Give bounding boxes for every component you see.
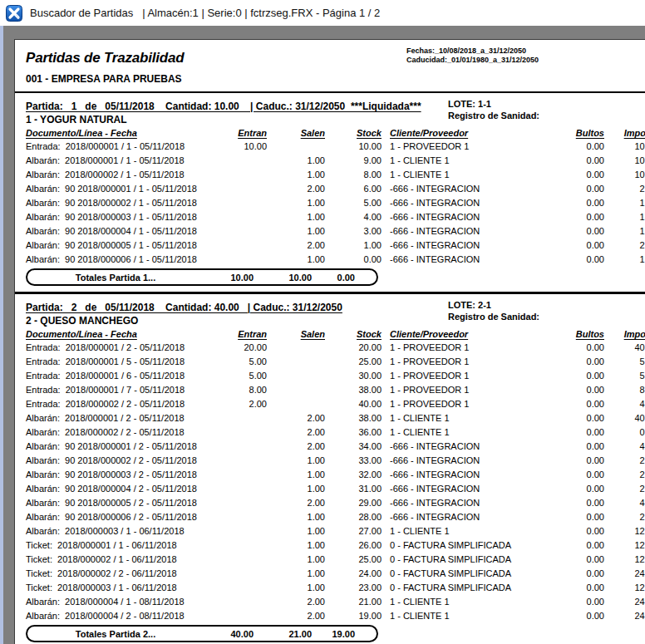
- table-row: Albarán: 90 2018/000005 / 1 - 05/11/2018…: [26, 238, 645, 253]
- lote-label: LOTE: 2-1: [448, 299, 539, 311]
- cell-stock: 32.00: [325, 468, 382, 482]
- cell-importe: 40.00: [604, 411, 645, 425]
- cell-importe: 4.00: [604, 397, 645, 411]
- cell-salen: 2.00: [267, 182, 325, 196]
- cell-bultos: 0.00: [544, 440, 604, 454]
- cell-cliente: 1 - CLIENTE 1: [382, 595, 544, 609]
- cell-cliente: -666 - INTEGRACION: [382, 196, 544, 210]
- column-header-cliente: Cliente/Proveedor: [382, 126, 544, 140]
- cell-importe: 2.00: [604, 238, 645, 253]
- cell-stock: 25.00: [325, 553, 382, 567]
- table-row: Albarán: 90 2018/000003 / 2 - 05/11/2018…: [26, 468, 645, 482]
- lote-block: LOTE: 1-1 Registro de Sanidad:: [448, 98, 539, 121]
- cell-entran: [213, 154, 267, 168]
- registro-sanidad-label: Registro de Sanidad:: [448, 110, 539, 121]
- table-row: Albarán: 2018/000004 / 1 - 08/11/20182.0…: [26, 595, 645, 609]
- cell-salen: 2.00: [267, 440, 325, 454]
- column-header-documento: Documento/Línea - Fecha: [26, 327, 213, 341]
- cell-cliente: 1 - PROVEEDOR 1: [382, 355, 544, 369]
- cell-documento: Entrada: 2018/000001 / 6 - 05/11/2018: [26, 369, 213, 383]
- cell-cliente: -666 - INTEGRACION: [382, 182, 544, 196]
- cell-stock: 30.00: [325, 369, 382, 383]
- cell-entran: [213, 168, 267, 182]
- cell-importe: 2.00: [604, 182, 645, 196]
- cell-stock: 38.00: [325, 411, 382, 425]
- table-row: Albarán: 2018/000004 / 2 - 08/11/20182.0…: [26, 609, 645, 623]
- cell-salen: 1.00: [267, 454, 325, 468]
- cell-stock: 19.00: [325, 609, 382, 623]
- table-row: Albarán: 90 2018/000002 / 2 - 05/11/2018…: [26, 454, 645, 468]
- cell-stock: 26.00: [325, 538, 382, 553]
- cell-cliente: -666 - INTEGRACION: [382, 440, 544, 454]
- cell-cliente: -666 - INTEGRACION: [382, 482, 544, 496]
- window-titlebar[interactable]: Buscador de Partidas | Almacén:1 | Serie…: [0, 0, 645, 26]
- cell-salen: 1.00: [267, 224, 325, 238]
- cell-documento: Ticket: 2018/000002 / 1 - 06/11/2018: [26, 553, 213, 567]
- cell-bultos: 0.00: [544, 397, 604, 411]
- cell-importe: 24.20: [604, 567, 645, 581]
- cell-stock: 1.00: [325, 238, 382, 253]
- cell-entran: 5.00: [213, 369, 267, 383]
- registro-sanidad-label: Registro de Sanidad:: [448, 311, 539, 322]
- table-column-headers: Documento/Línea - FechaEntranSalenStockC…: [26, 327, 645, 341]
- table-row: Ticket: 2018/000002 / 2 - 06/11/20181.00…: [26, 567, 645, 581]
- cell-cliente: 1 - CLIENTE 1: [382, 524, 544, 538]
- cell-cliente: -666 - INTEGRACION: [382, 496, 544, 510]
- company-name: 001 - EMPRESA PARA PRUEBAS: [26, 73, 182, 85]
- cell-documento: Albarán: 90 2018/000003 / 1 - 05/11/2018: [26, 210, 213, 224]
- cell-entran: 10.00: [213, 140, 267, 154]
- cell-entran: [213, 595, 267, 609]
- table-row: Entrada: 2018/000001 / 1 - 05/11/201810.…: [26, 140, 645, 154]
- cell-bultos: 0.00: [544, 595, 604, 609]
- cell-importe: 1.00: [604, 210, 645, 224]
- table-row: Albarán: 90 2018/000004 / 1 - 05/11/2018…: [26, 224, 645, 238]
- fechas-range: Fechas:_10/08/2018_a_31/12/2050: [406, 47, 539, 56]
- cell-importe: 12.10: [604, 553, 645, 567]
- column-header-importe: Importe: [604, 126, 645, 140]
- cell-stock: 28.00: [325, 510, 382, 524]
- report-title: Partidas de Trazabilidad: [26, 50, 184, 66]
- cell-stock: 0.00: [325, 253, 382, 267]
- cell-bultos: 0.00: [544, 553, 604, 567]
- cell-cliente: 1 - CLIENTE 1: [382, 411, 544, 425]
- cell-stock: 6.00: [325, 182, 382, 196]
- cell-documento: Ticket: 2018/000001 / 1 - 06/11/2018: [26, 538, 213, 553]
- cell-cliente: 1 - CLIENTE 1: [382, 154, 544, 168]
- table-row: Entrada: 2018/000001 / 2 - 05/11/201820.…: [26, 341, 645, 355]
- totals-label: Totales Partida 1...: [27, 273, 204, 283]
- cell-documento: Albarán: 2018/000003 / 1 - 06/11/2018: [26, 524, 213, 538]
- cell-entran: [213, 468, 267, 482]
- cell-stock: 24.00: [325, 567, 382, 581]
- cell-documento: Albarán: 90 2018/000005 / 2 - 05/11/2018: [26, 496, 213, 510]
- table-column-headers: Documento/Línea - FechaEntranSalenStockC…: [26, 126, 645, 140]
- cell-bultos: 0.00: [544, 154, 604, 168]
- cell-cliente: 0 - FACTURA SIMPLIFICADA: [382, 581, 544, 595]
- cell-cliente: 0 - FACTURA SIMPLIFICADA: [382, 553, 544, 567]
- cell-entran: [213, 411, 267, 425]
- cell-documento: Albarán: 90 2018/000002 / 2 - 05/11/2018: [26, 454, 213, 468]
- cell-documento: Albarán: 90 2018/000006 / 2 - 05/11/2018: [26, 510, 213, 524]
- cell-entran: 5.00: [213, 355, 267, 369]
- cell-importe: 8.00: [604, 383, 645, 397]
- cell-entran: [213, 454, 267, 468]
- cell-documento: Albarán: 90 2018/000003 / 2 - 05/11/2018: [26, 468, 213, 482]
- cell-importe: 1.00: [604, 196, 645, 210]
- cell-salen: [267, 397, 325, 411]
- totals-stock: 19.00: [312, 629, 355, 639]
- cell-salen: 1.00: [267, 567, 325, 581]
- table-row: Entrada: 2018/000001 / 5 - 05/11/20185.0…: [26, 355, 645, 369]
- column-header-salen: Salen: [267, 327, 325, 341]
- cell-cliente: 1 - PROVEEDOR 1: [382, 140, 544, 154]
- cell-salen: 1.00: [267, 210, 325, 224]
- partida-header: Partida: 1 de 05/11/2018 Cantidad: 10.00…: [26, 101, 421, 112]
- cell-bultos: 0.00: [544, 581, 604, 595]
- cell-entran: [213, 609, 267, 623]
- cell-entran: [213, 581, 267, 595]
- column-header-entran: Entran: [213, 126, 267, 140]
- cell-stock: 38.00: [325, 383, 382, 397]
- cell-importe: 12.00: [604, 524, 645, 538]
- table-rows: Entrada: 2018/000001 / 2 - 05/11/201820.…: [26, 341, 645, 623]
- cell-bultos: 0.00: [544, 609, 604, 623]
- cell-entran: 20.00: [213, 341, 267, 355]
- cell-importe: 4.00: [604, 440, 645, 454]
